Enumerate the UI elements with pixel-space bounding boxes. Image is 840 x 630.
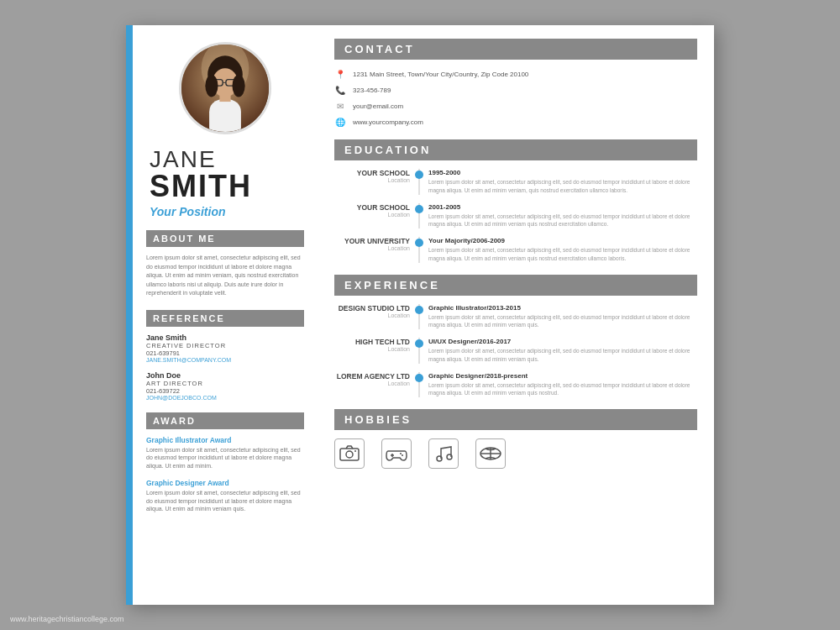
edu1-desc: Lorem ipsum dolor sit amet, consectetur …	[428, 178, 697, 195]
phone-text: 323-456-789	[353, 87, 391, 94]
accent-bar	[126, 25, 133, 605]
hobby-music	[428, 438, 459, 469]
about-text: Lorem ipsum dolor sit amet, consectetur …	[146, 254, 304, 298]
exp2-company: HIGH TECH LTD	[334, 338, 410, 346]
svg-point-16	[402, 454, 403, 456]
edu2-location: Location	[334, 212, 410, 218]
award-2: Graphic Designer Award Lorem ipsum dolor…	[146, 479, 304, 513]
edu3-right: Your Majority/2006-2009 Lorem ipsum dolo…	[418, 237, 697, 263]
edu1-right: 1995-2000 Lorem ipsum dolor sit amet, co…	[418, 169, 697, 195]
edu1-school: YOUR SCHOOL	[334, 169, 410, 177]
award1-text: Lorem ipsum dolor sit amet, consectetur …	[146, 446, 304, 470]
exp1-role: Graphic Illustrator/2013-2015	[428, 304, 697, 312]
education-entry-2: YOUR SCHOOL Location 2001-2005 Lorem ips…	[334, 203, 697, 229]
reference-1: Jane Smith CREATIVE DIRECTOR 021-639791 …	[146, 333, 304, 363]
address-icon: 📍	[334, 68, 346, 80]
reference-header: REFERENCE	[146, 310, 304, 327]
website-icon: 🌐	[334, 116, 346, 128]
exp2-location: Location	[334, 346, 410, 352]
ref2-title: ART DIRECTOR	[146, 380, 304, 387]
contact-address: 📍 1231 Main Street, Town/Your City/Count…	[334, 68, 697, 80]
exp1-right: Graphic Illustrator/2013-2015 Lorem ipsu…	[418, 304, 697, 330]
reference-2: John Doe ART DIRECTOR 021-639722 JOHN@DO…	[146, 371, 304, 401]
contact-header: CONTACT	[334, 39, 697, 60]
resume-page: JANE SMITH Your Position ABOUT ME Lorem …	[126, 25, 714, 605]
contact-list: 📍 1231 Main Street, Town/Your City/Count…	[334, 68, 697, 128]
svg-point-8	[205, 75, 218, 97]
last-name: SMITH	[150, 171, 304, 202]
exp3-left: LOREM AGENCY LTD Location	[334, 372, 418, 398]
first-name: JANE	[150, 148, 304, 171]
edu3-location: Location	[334, 245, 410, 251]
exp1-desc: Lorem ipsum dolor sit amet, consectetur …	[428, 313, 697, 330]
education-entry-1: YOUR SCHOOL Location 1995-2000 Lorem ips…	[334, 169, 697, 195]
contact-phone: 📞 323-456-789	[334, 84, 697, 96]
ref1-email: JANE.SMITH@COMPANY.COM	[146, 357, 304, 363]
exp-entry-2: HIGH TECH LTD Location UI/UX Designer/20…	[334, 338, 697, 364]
award2-text: Lorem ipsum dolor sit amet, consectetur …	[146, 489, 304, 513]
education-header: EDUCATION	[334, 139, 697, 160]
watermark: www.heritagechristiancollege.com	[10, 615, 124, 623]
exp3-company: LOREM AGENCY LTD	[334, 372, 410, 381]
ref1-name: Jane Smith	[146, 333, 304, 342]
svg-rect-10	[340, 449, 359, 460]
email-icon: ✉	[334, 100, 346, 112]
edu2-desc: Lorem ipsum dolor sit amet, consectetur …	[428, 213, 697, 229]
phone-icon: 📞	[334, 84, 346, 96]
edu1-left: YOUR SCHOOL Location	[334, 169, 418, 195]
exp2-right: UI/UX Designer/2016-2017 Lorem ipsum dol…	[418, 338, 697, 364]
education-list: YOUR SCHOOL Location 1995-2000 Lorem ips…	[334, 169, 697, 263]
edu1-location: Location	[334, 177, 410, 183]
exp2-role: UI/UX Designer/2016-2017	[428, 338, 697, 345]
hobby-camera	[334, 438, 365, 469]
experience-list: DESIGN STUDIO LTD Location Graphic Illus…	[334, 304, 697, 398]
exp3-role: Graphic Designer/2018-present	[428, 372, 697, 380]
education-entry-3: YOUR UNIVERSITY Location Your Majority/2…	[334, 237, 697, 263]
ref2-phone: 021-639722	[146, 387, 304, 395]
edu2-left: YOUR SCHOOL Location	[334, 203, 418, 229]
edu3-left: YOUR UNIVERSITY Location	[334, 237, 418, 263]
contact-email: ✉ your@email.com	[334, 100, 697, 112]
edu2-year: 2001-2005	[428, 203, 697, 211]
position-title: Your Position	[150, 205, 304, 218]
contact-website: 🌐 www.yourcompany.com	[334, 116, 697, 128]
exp3-location: Location	[334, 381, 410, 386]
exp2-left: HIGH TECH LTD Location	[334, 338, 418, 364]
award-header: AWARD	[146, 412, 304, 429]
exp1-company: DESIGN STUDIO LTD	[334, 304, 410, 312]
svg-rect-7	[219, 94, 230, 102]
exp1-left: DESIGN STUDIO LTD Location	[334, 304, 418, 330]
edu2-right: 2001-2005 Lorem ipsum dolor sit amet, co…	[418, 203, 697, 229]
edu3-school: YOUR UNIVERSITY	[334, 237, 410, 245]
right-column: CONTACT 📍 1231 Main Street, Town/Your Ci…	[318, 25, 714, 605]
edu1-year: 1995-2000	[428, 169, 697, 176]
edu3-year: Your Majority/2006-2009	[428, 237, 697, 244]
hobby-gaming	[381, 438, 412, 469]
exp-entry-1: DESIGN STUDIO LTD Location Graphic Illus…	[334, 304, 697, 330]
name-block: JANE SMITH Your Position	[146, 148, 304, 218]
award1-title: Graphic Illustrator Award	[146, 436, 304, 444]
award-1: Graphic Illustrator Award Lorem ipsum do…	[146, 436, 304, 470]
ref1-phone: 021-639791	[146, 349, 304, 357]
profile-photo	[179, 42, 271, 134]
hobbies-header: HOBBIES	[334, 409, 697, 430]
left-column: JANE SMITH Your Position ABOUT ME Lorem …	[133, 25, 318, 605]
hobbies-list	[334, 438, 697, 469]
exp-entry-3: LOREM AGENCY LTD Location Graphic Design…	[334, 372, 697, 398]
ref1-title: CREATIVE DIRECTOR	[146, 342, 304, 349]
about-header: ABOUT ME	[146, 230, 304, 247]
svg-point-9	[233, 75, 245, 97]
experience-header: EXPERIENCE	[334, 275, 697, 296]
exp3-desc: Lorem ipsum dolor sit amet, consectetur …	[428, 381, 697, 398]
email-text: your@email.com	[353, 102, 403, 110]
exp2-desc: Lorem ipsum dolor sit amet, consectetur …	[428, 347, 697, 364]
svg-point-15	[400, 453, 402, 454]
address-text: 1231 Main Street, Town/Your City/Country…	[353, 71, 528, 78]
hobby-sports	[475, 438, 506, 469]
edu3-desc: Lorem ipsum dolor sit amet, consectetur …	[428, 246, 697, 263]
svg-point-11	[346, 451, 353, 458]
svg-point-12	[354, 450, 356, 452]
exp3-right: Graphic Designer/2018-present Lorem ipsu…	[418, 372, 697, 398]
award2-title: Graphic Designer Award	[146, 479, 304, 487]
website-text: www.yourcompany.com	[353, 118, 423, 126]
